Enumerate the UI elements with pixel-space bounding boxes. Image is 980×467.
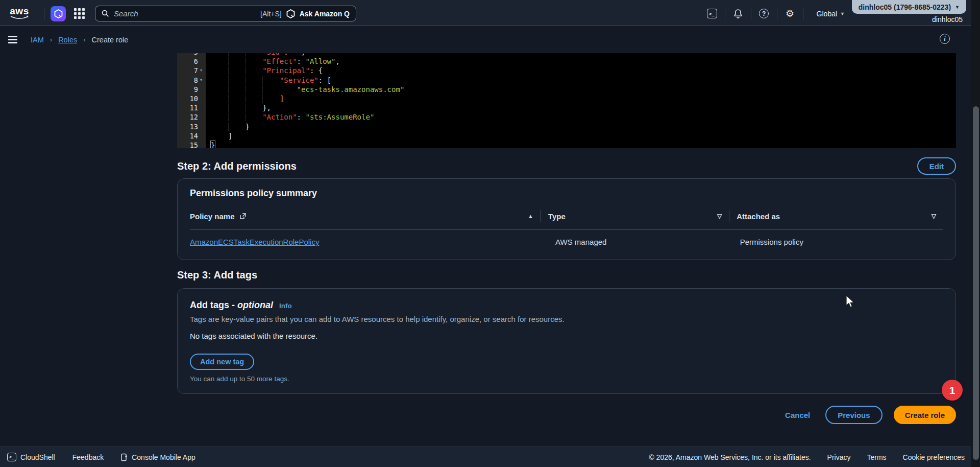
breadcrumb-separator: › bbox=[83, 36, 85, 43]
breadcrumb-current: Create role bbox=[92, 36, 129, 44]
policy-name-link[interactable]: AmazonECSTaskExecutionRolePolicy bbox=[190, 238, 319, 246]
info-link[interactable]: Info bbox=[279, 302, 292, 310]
ask-amazon-q-button[interactable]: Ask Amazon Q bbox=[300, 10, 350, 18]
search-input[interactable]: Search [Alt+S] Ask Amazon Q bbox=[95, 6, 356, 21]
code-line: 14 ] bbox=[177, 131, 956, 141]
sort-icon[interactable]: ▽ bbox=[717, 213, 722, 220]
line-number: 12 bbox=[190, 112, 198, 122]
chevron-down-icon: ▼ bbox=[840, 11, 845, 16]
create-role-button[interactable]: Create role bbox=[894, 406, 956, 424]
aws-logo[interactable]: aws bbox=[8, 7, 31, 20]
add-new-tag-button[interactable]: Add new tag bbox=[190, 354, 254, 370]
nav-divider bbox=[751, 8, 751, 20]
cancel-button[interactable]: Cancel bbox=[785, 411, 810, 419]
add-tags-title-row: Add tags - optional Info bbox=[190, 300, 943, 311]
tags-limit-note: You can add up to 50 more tags. bbox=[190, 375, 943, 383]
terms-link[interactable]: Terms bbox=[867, 453, 886, 461]
breadcrumb-bar: IAM › Roles › Create role i bbox=[0, 26, 971, 53]
line-number: 6 bbox=[194, 57, 198, 66]
breadcrumb: IAM › Roles › Create role bbox=[31, 36, 128, 44]
code-line: 6 "Effect": "Allow", bbox=[177, 57, 956, 66]
breadcrumb-separator: › bbox=[50, 36, 52, 43]
account-menu-button[interactable]: dinhloc05 (1796-8685-0223) ▼ bbox=[852, 0, 966, 14]
settings-gear-icon[interactable]: ⚙ bbox=[783, 7, 797, 20]
line-number: 9 bbox=[194, 85, 198, 94]
scrollbar-track[interactable] bbox=[971, 0, 980, 467]
nav-divider bbox=[777, 8, 777, 20]
external-link-icon bbox=[240, 213, 246, 219]
code-fold-icon[interactable]: ▾ bbox=[198, 66, 204, 75]
aws-logo-text: aws bbox=[10, 7, 29, 15]
cookie-preferences-link[interactable]: Cookie preferences bbox=[903, 453, 965, 461]
nav-divider bbox=[725, 8, 725, 20]
hamburger-menu-icon[interactable] bbox=[8, 36, 17, 43]
column-header-policy-name[interactable]: Policy name ▲ bbox=[190, 212, 541, 221]
code-line: 5 "Sid": "", bbox=[177, 53, 956, 57]
column-header-type[interactable]: Type ▽ bbox=[548, 212, 729, 221]
scrollbar-thumb[interactable] bbox=[973, 106, 979, 460]
line-number: 13 bbox=[190, 122, 198, 131]
line-number: 10 bbox=[190, 94, 198, 103]
edit-permissions-button[interactable]: Edit bbox=[917, 157, 956, 175]
code-lines: 5 "Sid": "",6 "Effect": "Allow",7▾ "Prin… bbox=[177, 53, 956, 148]
trust-policy-code-editor[interactable]: 5 "Sid": "",6 "Effect": "Allow",7▾ "Prin… bbox=[177, 53, 956, 148]
services-menu-icon[interactable] bbox=[74, 8, 85, 19]
breadcrumb-roles-link[interactable]: Roles bbox=[58, 36, 77, 44]
code-line: 7▾ "Principal": { bbox=[177, 66, 956, 75]
code-line: 11 }, bbox=[177, 103, 956, 112]
permissions-summary-card: Permissions policy summary Policy name ▲… bbox=[177, 178, 956, 260]
region-selector[interactable]: Global ▼ bbox=[817, 10, 845, 18]
amazon-q-hexagon-icon bbox=[54, 9, 63, 18]
code-line: 13 } bbox=[177, 122, 956, 131]
column-divider bbox=[541, 210, 541, 222]
form-actions: Cancel Previous Create role bbox=[177, 405, 956, 425]
nav-divider bbox=[44, 8, 44, 20]
tags-description: Tags are key-value pairs that you can ad… bbox=[190, 315, 943, 323]
console-mobile-app-button[interactable]: Console Mobile App bbox=[121, 453, 195, 461]
policy-name-header-label: Policy name bbox=[190, 212, 235, 221]
search-icon bbox=[102, 10, 109, 17]
code-fold-icon[interactable]: ▾ bbox=[198, 76, 204, 85]
privacy-link[interactable]: Privacy bbox=[827, 453, 851, 461]
column-header-attached-as[interactable]: Attached as ▽ bbox=[737, 212, 943, 221]
permissions-card-title: Permissions policy summary bbox=[190, 188, 943, 199]
step3-header-row: Step 3: Add tags bbox=[177, 267, 956, 283]
step3-title: Step 3: Add tags bbox=[177, 269, 257, 281]
cloudshell-footer-button[interactable]: >_ CloudShell bbox=[7, 453, 55, 461]
cloudshell-icon[interactable]: >_ bbox=[705, 7, 719, 20]
breadcrumb-iam-link[interactable]: IAM bbox=[31, 36, 44, 44]
account-label: dinhloc05 (1796-8685-0223) bbox=[859, 3, 951, 11]
previous-button[interactable]: Previous bbox=[825, 406, 882, 424]
code-line: 8▾ "Service": [ bbox=[177, 76, 956, 85]
line-number: 5 bbox=[194, 53, 198, 57]
cloudshell-label: CloudShell bbox=[20, 453, 55, 461]
search-placeholder: Search bbox=[114, 9, 256, 18]
line-number: 14 bbox=[190, 131, 198, 141]
notifications-bell-icon[interactable] bbox=[731, 7, 745, 20]
nav-divider bbox=[803, 8, 803, 20]
column-divider bbox=[729, 210, 729, 222]
policy-table-header: Policy name ▲ Type ▽ Attached as ▽ bbox=[190, 206, 943, 230]
feedback-label: Feedback bbox=[72, 453, 104, 461]
policy-type-cell: AWS managed bbox=[548, 238, 732, 246]
add-tags-title: Add tags - optional bbox=[190, 300, 273, 311]
sort-ascending-icon[interactable]: ▲ bbox=[528, 213, 533, 219]
account-name-tooltip: dinhloc05 bbox=[932, 15, 963, 24]
help-icon[interactable]: ? bbox=[757, 7, 771, 20]
step2-header-row: Step 2: Add permissions Edit bbox=[177, 156, 956, 176]
feedback-button[interactable]: Feedback bbox=[72, 453, 104, 461]
amazon-q-hexagon-icon bbox=[286, 9, 295, 18]
policy-table-body: AmazonECSTaskExecutionRolePolicyAWS mana… bbox=[190, 230, 943, 249]
aws-smile-icon bbox=[10, 15, 29, 20]
line-number: 7 bbox=[194, 66, 198, 75]
footer-right-group: © 2026, Amazon Web Services, Inc. or its… bbox=[649, 453, 965, 461]
policy-table-row: AmazonECSTaskExecutionRolePolicyAWS mana… bbox=[190, 230, 943, 249]
attached-as-header-label: Attached as bbox=[737, 212, 780, 221]
sort-icon[interactable]: ▽ bbox=[932, 213, 936, 220]
code-line: 9 "ecs-tasks.amazonaws.com" bbox=[177, 85, 956, 94]
mobile-phone-icon bbox=[121, 453, 128, 461]
info-icon[interactable]: i bbox=[940, 34, 950, 44]
step2-title: Step 2: Add permissions bbox=[177, 160, 297, 172]
amazon-q-app-icon[interactable] bbox=[51, 6, 66, 21]
add-tags-card: Add tags - optional Info Tags are key-va… bbox=[177, 288, 956, 394]
